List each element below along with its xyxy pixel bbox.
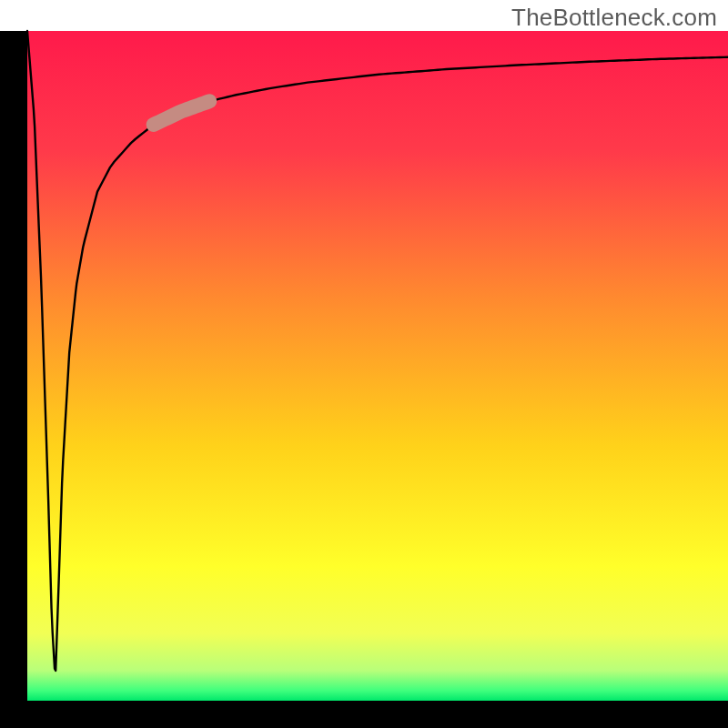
chart-stage: TheBottleneck.com: [0, 0, 728, 728]
x-axis-band: [0, 701, 728, 728]
watermark-text: TheBottleneck.com: [511, 4, 717, 32]
y-axis-band: [0, 31, 27, 728]
chart-svg: [0, 0, 728, 728]
plot-background: [27, 31, 728, 701]
